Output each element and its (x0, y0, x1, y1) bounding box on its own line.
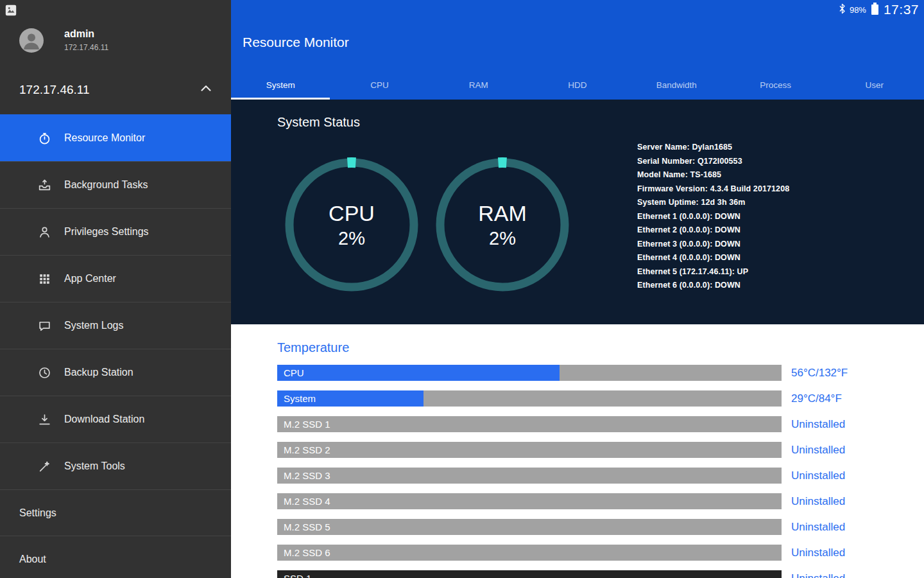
system-info-line: Ethernet 2 (0.0.0.0): DOWN (637, 223, 789, 238)
temperature-bar-label: M.2 SSD 3 (284, 468, 330, 484)
sidebar-item-background-tasks[interactable]: Background Tasks (0, 161, 231, 208)
tasks-icon (36, 178, 53, 193)
sidebar-item-label: About (19, 554, 46, 565)
sidebar-item-label: System Tools (64, 460, 125, 472)
temperature-bar: M.2 SSD 5 (277, 519, 782, 535)
temperature-bar-label: M.2 SSD 5 (284, 519, 330, 535)
sidebar-item-app-center[interactable]: App Center (0, 255, 231, 302)
chevron-up-icon[interactable] (198, 80, 214, 100)
temperature-bar: M.2 SSD 1 (277, 416, 782, 432)
history-icon (36, 365, 53, 380)
sidebar-item-settings[interactable]: Settings (0, 489, 231, 536)
temperature-bar: CPU (277, 365, 782, 381)
sidebar-item-system-tools[interactable]: System Tools (0, 442, 231, 489)
tab-bandwidth[interactable]: Bandwidth (627, 70, 726, 100)
gauges: CPU 2% RAM 2% (284, 157, 570, 292)
screenshot-notification-icon (4, 4, 17, 17)
system-status-panel: System Status CPU 2% RAM 2% Server Name:… (231, 100, 924, 324)
temperature-rows: CPU56°C/132°FSystem29°C/84°FM.2 SSD 1Uni… (277, 365, 924, 578)
temperature-bar-label: M.2 SSD 4 (284, 493, 330, 509)
temperature-bar: M.2 SSD 3 (277, 468, 782, 484)
temperature-bar: SSD 1 (277, 570, 782, 578)
temperature-row-ssd-1: SSD 1Uninstalled (277, 570, 924, 578)
temperature-value: Uninstalled (791, 469, 845, 482)
tab-bar: SystemCPURAMHDDBandwidthProcessUser (231, 70, 924, 100)
user-avatar-icon (19, 28, 44, 53)
system-info: Server Name: Dylan1685Serial Number: Q17… (637, 141, 789, 293)
tab-user[interactable]: User (825, 70, 924, 100)
temperature-row-m-2-ssd-6: M.2 SSD 6Uninstalled (277, 545, 924, 561)
sidebar-item-label: System Logs (64, 320, 123, 331)
person-icon (36, 225, 53, 240)
sidebar-item-label: App Center (64, 273, 116, 285)
temperature-row-system: System29°C/84°F (277, 390, 924, 407)
temperature-value: Uninstalled (791, 547, 845, 559)
system-info-line: Ethernet 5 (172.17.46.11): UP (637, 265, 789, 279)
tab-process[interactable]: Process (726, 70, 825, 100)
system-info-line: Ethernet 3 (0.0.0.0): DOWN (637, 238, 789, 252)
page-title: Resource Monitor (243, 35, 349, 50)
temperature-bar: M.2 SSD 2 (277, 442, 782, 458)
temperature-section: Temperature CPU56°C/132°FSystem29°C/84°F… (231, 324, 924, 578)
tab-cpu[interactable]: CPU (330, 70, 429, 100)
sidebar-item-label: Settings (19, 507, 56, 519)
grid-icon (36, 272, 53, 286)
system-info-line: Ethernet 6 (0.0.0.0): DOWN (637, 279, 789, 293)
user-ip: 172.17.46.11 (64, 43, 108, 52)
qnap-resource-monitor-screen: admin 172.17.46.11 172.17.46.11 Resource… (0, 0, 924, 578)
sidebar-item-backup-station[interactable]: Backup Station (0, 349, 231, 396)
sidebar-item-about[interactable]: About (0, 536, 231, 578)
server-selector[interactable]: 172.17.46.11 (0, 71, 231, 109)
download-icon (36, 412, 53, 427)
system-status-title: System Status (277, 115, 360, 130)
sidebar-item-label: Download Station (64, 414, 144, 425)
android-status-bar: 98% 17:37 (838, 2, 919, 17)
tab-system[interactable]: System (231, 70, 330, 100)
bluetooth-icon (838, 3, 846, 17)
temperature-row-m-2-ssd-3: M.2 SSD 3Uninstalled (277, 468, 924, 484)
main-area: 98% 17:37 Resource Monitor SystemCPURAMH… (231, 0, 924, 578)
sidebar-item-system-logs[interactable]: System Logs (0, 302, 231, 349)
sidebar-item-download-station[interactable]: Download Station (0, 396, 231, 442)
gauge-label: CPU (329, 201, 375, 226)
temperature-value: 56°C/132°F (791, 367, 848, 380)
gauge-text: RAM 2% (435, 157, 570, 292)
system-info-line: Ethernet 1 (0.0.0.0): DOWN (637, 210, 789, 224)
temperature-bar-label: M.2 SSD 6 (284, 545, 330, 561)
chat-icon (36, 319, 53, 333)
clock-text: 17:37 (884, 2, 919, 17)
temperature-value: Uninstalled (791, 444, 845, 457)
sidebar-item-resource-monitor[interactable]: Resource Monitor (0, 114, 231, 161)
temperature-bar: System (277, 390, 782, 407)
sidebar: admin 172.17.46.11 172.17.46.11 Resource… (0, 0, 231, 578)
gauge-icon (36, 131, 53, 146)
sidebar-item-label: Privileges Settings (64, 226, 149, 238)
user-name: admin (64, 28, 108, 40)
sidebar-item-label: Backup Station (64, 367, 133, 378)
temperature-title: Temperature (277, 340, 349, 355)
system-info-line: Ethernet 4 (0.0.0.0): DOWN (637, 251, 789, 265)
temperature-value: Uninstalled (791, 495, 845, 508)
temperature-bar-fill (277, 365, 560, 381)
tab-ram[interactable]: RAM (429, 70, 528, 100)
ram-gauge: RAM 2% (435, 157, 570, 292)
server-address: 172.17.46.11 (19, 83, 90, 97)
gauge-text: CPU 2% (284, 157, 419, 292)
temperature-bar-label: M.2 SSD 1 (284, 416, 330, 432)
system-info-line: System Uptime: 12d 3h 36m (637, 196, 789, 210)
temperature-bar-label: SSD 1 (284, 570, 311, 578)
tab-hdd[interactable]: HDD (528, 70, 627, 100)
battery-icon (871, 4, 878, 15)
temperature-value: 29°C/84°F (791, 392, 842, 405)
system-info-line: Serial Number: Q172I00553 (637, 155, 789, 169)
system-info-line: Server Name: Dylan1685 (637, 141, 789, 155)
temperature-value: Uninstalled (791, 418, 845, 431)
app-header: 98% 17:37 Resource Monitor SystemCPURAMH… (231, 0, 924, 100)
system-info-line: Model Name: TS-1685 (637, 168, 789, 182)
sidebar-item-label: Resource Monitor (64, 132, 145, 144)
sidebar-item-privileges-settings[interactable]: Privileges Settings (0, 208, 231, 255)
temperature-bar: M.2 SSD 6 (277, 545, 782, 561)
temperature-row-m-2-ssd-2: M.2 SSD 2Uninstalled (277, 442, 924, 458)
temperature-bar: M.2 SSD 4 (277, 493, 782, 509)
temperature-row-m-2-ssd-4: M.2 SSD 4Uninstalled (277, 493, 924, 509)
